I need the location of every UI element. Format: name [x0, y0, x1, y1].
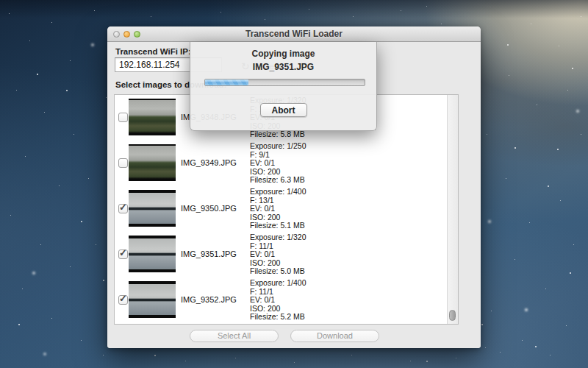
detail-line: Exposure: 1/400 [250, 188, 306, 197]
image-checkbox[interactable]: ✓ [118, 250, 128, 259]
checkmark-icon: ✓ [119, 293, 127, 304]
detail-line: Exposure: 1/400 [250, 279, 306, 288]
image-checkbox[interactable]: ✓ [118, 295, 128, 305]
detail-line: Filesize: 6.3 MB [250, 176, 306, 185]
detail-line: Filesize: 5.0 MB [250, 267, 306, 276]
detail-line: EV: 0/1 [250, 296, 306, 305]
image-row: ✓ IMG_9350.JPG Exposure: 1/400F: 13/1EV:… [115, 186, 458, 232]
abort-button[interactable]: Abort [260, 103, 307, 117]
scrollbar-thumb[interactable] [449, 310, 456, 321]
progress-bar [204, 79, 365, 86]
detail-line: Filesize: 5.2 MB [250, 313, 306, 322]
window-title: Transcend WiFi Loader [107, 26, 481, 42]
detail-line: EV: 0/1 [250, 159, 306, 168]
image-thumbnail [129, 281, 176, 318]
sheet-filename: IMG_9351.JPG [190, 62, 376, 72]
scrollbar-track[interactable] [447, 95, 458, 324]
image-details: Exposure: 1/400F: 13/1EV: 0/1ISO: 200Fil… [250, 188, 306, 230]
checkmark-icon: ✓ [119, 202, 127, 213]
image-checkbox[interactable]: ✓ [118, 113, 128, 122]
image-filename: IMG_9352.JPG [181, 295, 237, 304]
image-row: ✓ IMG_9352.JPG Exposure: 1/400F: 11/1EV:… [115, 277, 458, 323]
select-all-button[interactable]: Select All [190, 330, 279, 342]
sheet-title: Copying image [190, 49, 376, 59]
copying-sheet: Copying image IMG_9351.JPG Abort [190, 42, 377, 131]
detail-line: Exposure: 1/250 [250, 142, 306, 151]
detail-line: Exposure: 1/320 [250, 233, 306, 242]
image-row: ✓ IMG_9351.JPG Exposure: 1/320F: 11/1EV:… [115, 232, 458, 277]
image-details: Exposure: 1/250F: 9/1EV: 0/1ISO: 200File… [250, 142, 306, 185]
image-filename: IMG_9349.JPG [181, 158, 237, 167]
detail-line: EV: 0/1 [250, 205, 306, 213]
image-thumbnail [129, 144, 176, 181]
checkmark-icon: ✓ [119, 247, 127, 258]
image-thumbnail [129, 236, 176, 272]
ip-label: Transcend WiFi IP: [115, 47, 191, 56]
star-field-glow [0, 0, 1, 1]
detail-line: Filesize: 5.1 MB [250, 222, 306, 230]
detail-line: Filesize: 5.8 MB [250, 130, 306, 139]
detail-line: EV: 0/1 [250, 250, 306, 259]
image-row: ✓ IMG_9349.JPG Exposure: 1/250F: 9/1EV: … [115, 141, 458, 186]
app-window: Transcend WiFi Loader Transcend WiFi IP:… [107, 26, 481, 348]
image-checkbox[interactable]: ✓ [118, 158, 128, 168]
image-thumbnail [129, 190, 176, 227]
window-titlebar[interactable]: Transcend WiFi Loader [107, 26, 481, 42]
download-button[interactable]: Download [290, 330, 379, 342]
image-filename: IMG_9351.JPG [181, 250, 237, 258]
image-details: Exposure: 1/320F: 11/1EV: 0/1ISO: 200Fil… [250, 233, 306, 276]
image-details: Exposure: 1/400F: 11/1EV: 0/1ISO: 200Fil… [250, 279, 306, 322]
image-checkbox[interactable]: ✓ [118, 204, 128, 213]
image-thumbnail [129, 99, 176, 135]
image-filename: IMG_9350.JPG [181, 204, 237, 213]
progress-fill [205, 79, 248, 85]
